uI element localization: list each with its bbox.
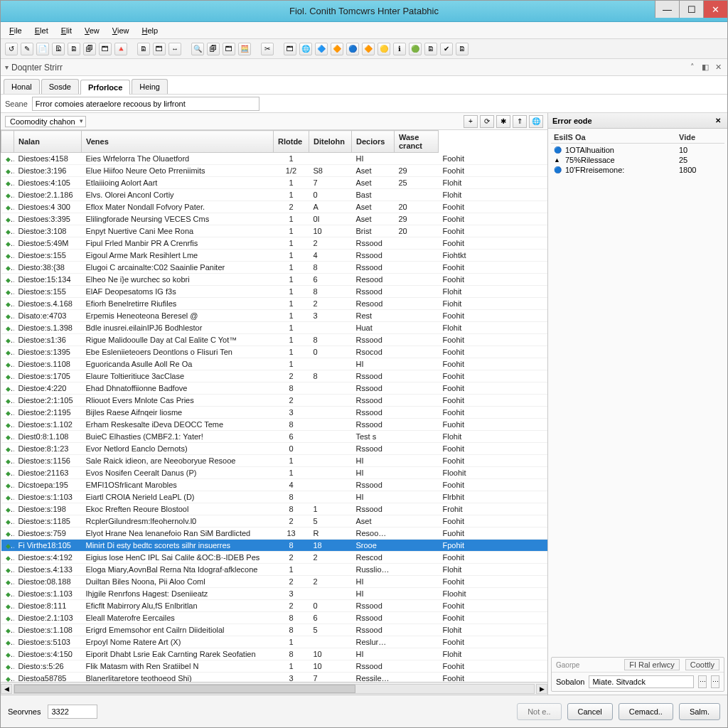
table-row[interactable]: ◆Diestoe:s.1108Eguoricanda Asulle Aoll R… bbox=[1, 358, 548, 370]
menu-item-elit[interactable]: Elit bbox=[55, 24, 77, 37]
table-row[interactable]: ◆Diestoe:s:1:103Eiartl CROIA Nerield Lea… bbox=[1, 491, 548, 503]
toolbar-icon-29[interactable]: 🗎 bbox=[424, 43, 437, 55]
table-row[interactable]: ◆Diestoe:5:49MFipul Frled Manbir PR A Cr… bbox=[1, 237, 548, 250]
table-row[interactable]: ◆Diestoe:s:1156Sale Raick idieon, are Ne… bbox=[1, 455, 548, 467]
table-row[interactable]: ◆Diestoe:2.1.186Elvs. Olorei Anconl Cort… bbox=[1, 189, 548, 201]
table-row[interactable]: ◆Diestoe:2.1:103Eleall Materofre Eercail… bbox=[1, 612, 548, 624]
toolbar-icon-24[interactable]: 🔵 bbox=[346, 43, 359, 55]
table-row[interactable]: ◆Diestoe:15:134Elheo Ne i}e wurchec so k… bbox=[1, 274, 548, 286]
table-row[interactable]: ◆Diestoe:s:1.102Erham Reskesalte iDeva D… bbox=[1, 419, 548, 431]
toolbar-icon-2[interactable]: 📄 bbox=[36, 43, 49, 55]
menu-item-vew[interactable]: Vew bbox=[79, 24, 105, 37]
table-row[interactable]: ◆Diestoe:08.188Duiltan Biles Noona, Pii … bbox=[1, 576, 548, 588]
column-header-5[interactable]: Deciors bbox=[352, 131, 395, 153]
rp-list-item[interactable]: 🔵10'FRreisemone:1800 bbox=[551, 165, 724, 175]
table-row[interactable]: ◆Diestoe:3:196Elue Hiifoo Neure Oeto Prr… bbox=[1, 165, 548, 177]
column-header-2[interactable]: Venes bbox=[82, 131, 274, 153]
table-row[interactable]: ◆Diestoe:s:759Elyot Hrane Nea lenanefoio… bbox=[1, 528, 548, 540]
table-row[interactable]: ◆Diestoe:8:111Eficflt Mabirrory Alu,fS E… bbox=[1, 600, 548, 612]
table-row[interactable]: ◆Diestoe:21163Evos Nosifen Ceeralt Danus… bbox=[1, 467, 548, 479]
toolbar-icon-6[interactable]: 🗔 bbox=[99, 43, 112, 55]
table-row[interactable]: ◆Diestoe:3:108Enpyt Nuertive Cani Mee Ro… bbox=[1, 225, 548, 237]
column-header-3[interactable]: Rlotde bbox=[274, 131, 309, 153]
column-header-6[interactable]: Wase cranct bbox=[395, 131, 439, 153]
dock-chevron-icon[interactable]: ▾ bbox=[5, 63, 9, 71]
search-input[interactable] bbox=[32, 97, 259, 111]
menu-item-help[interactable]: Help bbox=[136, 24, 164, 37]
close-button[interactable]: ✕ bbox=[703, 1, 727, 18]
horizontal-scrollbar[interactable]: ◀ ▶ bbox=[1, 682, 547, 695]
dock-toggle-icon[interactable]: ◧ bbox=[700, 63, 710, 72]
tab-prforloce[interactable]: Prforloce bbox=[80, 80, 130, 95]
toolbar-icon-22[interactable]: 🔷 bbox=[315, 43, 328, 55]
table-row[interactable]: ◆Diestoe:s:5103Erpoyl Nome Ratere Art (X… bbox=[1, 636, 548, 648]
toolbar-icon-26[interactable]: 🟡 bbox=[378, 43, 390, 55]
column-header-0[interactable] bbox=[1, 131, 14, 153]
toolbar-icon-21[interactable]: 🌐 bbox=[299, 43, 312, 55]
scroll-right-icon[interactable]: ▶ bbox=[536, 684, 547, 694]
table-row[interactable]: ◆Diestoe:s:1395Ebe Esleniieteoers Deontl… bbox=[1, 346, 548, 358]
dock-collapse-icon[interactable]: ˄ bbox=[687, 63, 697, 72]
column-header-1[interactable]: Nalan bbox=[14, 131, 82, 153]
status-input[interactable] bbox=[48, 705, 97, 719]
minimize-button[interactable]: — bbox=[655, 1, 679, 18]
table-row[interactable]: ◆Diest0:8:1.108BuieC Elhasties (CMBF2.1:… bbox=[1, 431, 548, 443]
maximize-button[interactable]: ☐ bbox=[679, 1, 703, 18]
menu-item-view[interactable]: View bbox=[107, 24, 135, 37]
toolbar-icon-1[interactable]: ✎ bbox=[21, 43, 33, 55]
toolbar-icon-14[interactable]: 🗐 bbox=[207, 43, 220, 55]
toolbar-icon-28[interactable]: 🟢 bbox=[409, 43, 422, 55]
toolbar-icon-15[interactable]: 🗔 bbox=[223, 43, 235, 55]
grid-scroll[interactable]: NalanVenesRlotdeDitelohnDeciorsWase cran… bbox=[1, 130, 547, 682]
table-row[interactable]: ◆Diestoe:4:220Ehad Dhnatoffiionne Badfov… bbox=[1, 382, 548, 395]
table-row[interactable]: ◆Diestoe:s.1.398Bdle inusrei.eilainIPJ6 … bbox=[1, 322, 548, 334]
toolbar-icon-18[interactable]: ✂ bbox=[261, 43, 274, 55]
toolbar-icon-5[interactable]: 🗐 bbox=[83, 43, 96, 55]
column-header-4[interactable]: Ditelohn bbox=[309, 131, 352, 153]
table-row[interactable]: ◆Diestoe:8:1:23Evor Netlord Eanclo Derno… bbox=[1, 443, 548, 455]
scroll-left-icon[interactable]: ◀ bbox=[1, 684, 12, 694]
toolbar-icon-25[interactable]: 🔶 bbox=[362, 43, 375, 55]
table-row[interactable]: ◆Diestoe:s:155Eigoul Arme Mark Resihlert… bbox=[1, 250, 548, 262]
tab-heing[interactable]: Heing bbox=[132, 79, 168, 94]
table-row[interactable]: ◆Diestoes:4 300Eflox Mater Nondall Fofvo… bbox=[1, 201, 548, 213]
table-row[interactable]: ◆Diestoes:4:105Etlaiiioing Aolort Aart17… bbox=[1, 177, 548, 189]
rp-group-tab-2[interactable]: Coottly bbox=[685, 659, 719, 670]
table-row[interactable]: ◆Diestoe:s:155ElAF Deopesatoms IG f3s18R… bbox=[1, 286, 548, 298]
dock-close-icon[interactable]: ✕ bbox=[713, 63, 723, 72]
menu-item-file[interactable]: File bbox=[4, 24, 28, 37]
status-button-note[interactable]: Not e.. bbox=[517, 703, 561, 720]
grid-btn-1-icon[interactable]: ⟳ bbox=[480, 115, 494, 128]
table-row[interactable]: ◆Diesto:38:{38Elugoi C arcainalte:C02 Sa… bbox=[1, 262, 548, 274]
table-row[interactable]: ◆Diestoes:4158Eies Wrfelorra The Oluaetf… bbox=[1, 153, 548, 165]
table-row[interactable]: ◆Diestoe:s:4:150Eiporit Dhabt Lsrie Eak … bbox=[1, 648, 548, 660]
grid-btn-3-icon[interactable]: ⇑ bbox=[513, 115, 527, 128]
table-row[interactable]: ◆Diestoe:s:198Ekoc Rreften Reoure Blosto… bbox=[1, 503, 548, 515]
rp-chip-2-icon[interactable]: ⋯ bbox=[711, 675, 719, 688]
table-row[interactable]: ◆Diestoe:s.4.168Efiorh Benelretirre Riuf… bbox=[1, 298, 548, 310]
table-row[interactable]: ◆Diesto:s:5:26Flik Matasm with Ren Srati… bbox=[1, 660, 548, 673]
table-row[interactable]: ◆Diestoe:s:4:192Eigius lose HenC IPL Sai… bbox=[1, 552, 548, 564]
toolbar-icon-0[interactable]: ↺ bbox=[5, 43, 18, 55]
tab-sosde[interactable]: Sosde bbox=[41, 79, 79, 94]
toolbar-icon-7[interactable]: 🔺 bbox=[114, 43, 127, 55]
tab-honal[interactable]: Honal bbox=[4, 79, 40, 94]
status-button-salm[interactable]: Salm. bbox=[679, 703, 720, 720]
toolbar-icon-9[interactable]: 🗎 bbox=[137, 43, 150, 55]
table-row[interactable]: ◆Dicstoepa:195EMFl1OSfrlicant Marobles4R… bbox=[1, 479, 548, 491]
table-row[interactable]: ◆Fi Virthe18:105Minirt Di esty bedtc sco… bbox=[1, 540, 548, 552]
table-row[interactable]: ◆Diestoe:s:1185RcplerGilundresm:lfeohern… bbox=[1, 515, 548, 528]
table-row[interactable]: ◆Diestoa58785Blanerlitaretore teothoeod … bbox=[1, 673, 548, 682]
toolbar-icon-23[interactable]: 🔶 bbox=[331, 43, 343, 55]
toolbar-icon-27[interactable]: ℹ bbox=[393, 43, 406, 55]
table-row[interactable]: ◆Diestoe:s:1.108Erigrd Ememsohor ent Cai… bbox=[1, 624, 548, 636]
toolbar-icon-30[interactable]: ✔ bbox=[440, 43, 453, 55]
table-row[interactable]: ◆Diestoes:3:395Elilingforade Neursing VE… bbox=[1, 213, 548, 225]
status-button-cancel[interactable]: Cancel bbox=[567, 703, 613, 720]
status-button-cemacd[interactable]: Cemacd.. bbox=[619, 703, 673, 720]
grid-btn-4-icon[interactable]: 🌐 bbox=[529, 115, 543, 128]
rp-group-input[interactable] bbox=[589, 675, 694, 688]
table-row[interactable]: ◆Disato:e:4703Erpemis Heneoteona Beresel… bbox=[1, 310, 548, 322]
table-row[interactable]: ◆Diestoe:2:1:105Rliouot Evers Mnlote Cas… bbox=[1, 395, 548, 407]
toolbar-icon-16[interactable]: 🧮 bbox=[238, 43, 251, 55]
